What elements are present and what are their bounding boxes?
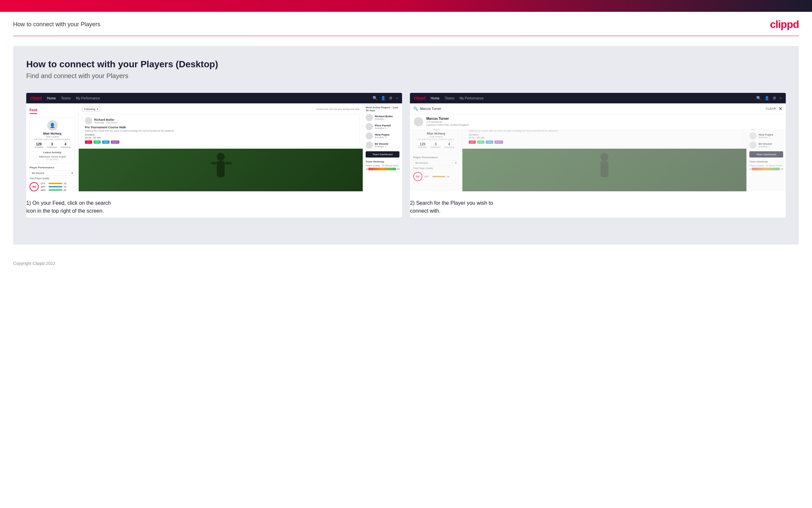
nav-teams-1[interactable]: Teams: [61, 96, 70, 100]
app-logo-2: clippd: [414, 96, 425, 100]
activity-username: Richard Butler: [94, 118, 117, 121]
copyright-text: Copyright Clippd 2022: [13, 261, 55, 266]
search-icon-2[interactable]: 🔍: [756, 96, 761, 100]
app-nav-2: clippd Home Teams My Performance 🔍 👤 ⚙ ○: [410, 93, 786, 103]
user-icon-2[interactable]: 👤: [764, 96, 769, 100]
close-button[interactable]: ✕: [778, 106, 782, 111]
tag-ott: OTT: [85, 140, 92, 144]
latest-activity-value: Afternoon round of golf: [33, 155, 72, 158]
eli-avatar: [366, 141, 373, 149]
heatmap-bar: [368, 168, 396, 170]
search-overlay: 🔍 Marcus Turner CLEAR ✕ Marcus Turner 1-…: [410, 103, 786, 129]
middle-panel-1: Following ▾ Control who can see your act…: [79, 103, 363, 191]
quality-section: 84 OTT 79 APP 70: [30, 181, 75, 191]
svg-rect-3: [225, 162, 232, 164]
richard-avatar-right: [366, 114, 373, 121]
profile-avatar-1: 👤: [47, 120, 58, 131]
tag-putt: PUTT: [111, 140, 120, 144]
player-item-eli: Eli Vincent Activities: 1: [366, 141, 399, 149]
app-screenshot-1: clippd Home Teams My Performance 🔍 👤 ⚙ ○: [26, 93, 402, 191]
search-icon-1[interactable]: 🔍: [373, 96, 378, 100]
control-link[interactable]: Control who can see your activity and da…: [316, 108, 360, 110]
stats-row-1: 129 Activities 3 Followers 4 Following: [33, 142, 72, 148]
feed-tab-1[interactable]: Feed: [30, 108, 37, 114]
search-icon-overlay: 🔍: [413, 106, 418, 111]
stat-following: 4 Following: [61, 142, 70, 148]
avatar-icon-2[interactable]: ○: [779, 96, 782, 100]
quality-arg: ARG 84: [41, 189, 66, 191]
team-heatmap-title: Team Heatmap: [366, 160, 399, 163]
caption-text-2: 2) Search for the Player you wish toconn…: [410, 199, 786, 215]
app-body-1: Feed 👤 Blair McHarg Golf Coach Mill Ride…: [26, 103, 402, 191]
latest-activity-label: Latest Activity: [33, 151, 72, 154]
activity-title: Pre Tournament Course Walk: [85, 126, 356, 129]
player-item-richard: Richard Butler Activities: 7: [366, 114, 399, 121]
svg-point-0: [217, 153, 225, 161]
nav-myperformance-1[interactable]: My Performance: [76, 96, 100, 100]
main-content: How to connect with your Players (Deskto…: [13, 46, 799, 245]
caption-text-1: 1) On your Feed, click on the searchicon…: [26, 199, 402, 215]
hiral-avatar: [366, 132, 373, 139]
screenshots-grid: clippd Home Teams My Performance 🔍 👤 ⚙ ○: [26, 93, 786, 218]
player-item-hiral: Hiral Pujara Activities: 3: [366, 132, 399, 139]
top-bar: [0, 0, 812, 12]
nav-teams-2[interactable]: Teams: [445, 96, 454, 100]
screenshot-1: clippd Home Teams My Performance 🔍 👤 ⚙ ○: [26, 93, 402, 218]
tag-app: APP: [93, 140, 101, 144]
activity-card-1: Richard Butler Yesterday · The Grove Pre…: [82, 114, 360, 147]
app-screenshot-2: clippd Home Teams My Performance 🔍 👤 ⚙ ○…: [410, 93, 786, 191]
app-logo-1: clippd: [30, 96, 42, 100]
user-icon-1[interactable]: 👤: [381, 96, 386, 100]
profile-club-1: Mill Ride Golf Club, United Kingdom: [33, 138, 72, 140]
quality-label: Total Player Quality: [30, 177, 75, 179]
profile-card-1: 👤 Blair McHarg Golf Coach Mill Ride Golf…: [30, 117, 75, 163]
stat-followers: 3 Followers: [47, 142, 57, 148]
team-dashboard-btn-1[interactable]: Team Dashboard: [366, 151, 399, 158]
heatmap-scale: -5 +5: [366, 168, 399, 170]
left-panel-1: Feed 👤 Blair McHarg Golf Coach Mill Ride…: [26, 103, 79, 191]
heatmap-subtitle: Player Quality · 20 Round Trend: [366, 164, 399, 167]
tag-row: OTT APP ARG PUTT: [85, 140, 356, 144]
screenshot-2: clippd Home Teams My Performance 🔍 👤 ⚙ ○…: [410, 93, 786, 218]
latest-activity-date: 27 Jul 2022: [33, 158, 72, 161]
nav-myperformance-2[interactable]: My Performance: [460, 96, 483, 100]
following-button[interactable]: Following ▾: [82, 107, 100, 112]
stat-activities: 129 Activities: [35, 142, 44, 148]
svg-point-4: [601, 153, 608, 161]
nav-icons-2: 🔍 👤 ⚙ ○: [756, 96, 782, 100]
settings-icon-1[interactable]: ⚙: [389, 96, 392, 100]
search-result[interactable]: Marcus Turner 1-5 Handicap Cypress Point…: [410, 114, 786, 129]
marcus-handicap: 1-5 Handicap: [426, 120, 469, 123]
main-subheading: Find and connect with your Players: [26, 72, 786, 80]
logo: clippd: [770, 18, 799, 31]
player-performance-label-1: Player Performance: [30, 166, 75, 169]
activity-subtitle: Yesterday · The Grove: [94, 121, 117, 124]
activity-desc: Walking the course with my coach to buil…: [85, 130, 356, 132]
main-heading: How to connect with your Players (Deskto…: [26, 59, 786, 70]
activity-duration: Duration02 hr : 00 min: [85, 133, 356, 139]
header-divider: [13, 36, 799, 36]
following-row: Following ▾ Control who can see your act…: [82, 107, 360, 112]
golfer-silhouette: [204, 150, 237, 190]
clear-button[interactable]: CLEAR: [766, 107, 776, 110]
activity-user: Richard Butler Yesterday · The Grove: [85, 117, 356, 124]
player-item-piers: Piers Parnell Activities: 4: [366, 123, 399, 130]
app-nav-1: clippd Home Teams My Performance 🔍 👤 ⚙ ○: [26, 93, 402, 103]
search-bar: 🔍 Marcus Turner CLEAR ✕: [410, 103, 786, 114]
avatar-icon-1[interactable]: ○: [396, 96, 398, 100]
profile-name-1: Blair McHarg: [33, 132, 72, 135]
nav-icons-1: 🔍 👤 ⚙ ○: [373, 96, 398, 100]
player-dropdown-1[interactable]: Eli Vincent ▾: [30, 170, 75, 176]
nav-home-2[interactable]: Home: [431, 96, 439, 100]
svg-rect-2: [211, 162, 217, 164]
caption-1: 1) On your Feed, click on the searchicon…: [26, 191, 402, 218]
richard-avatar: [85, 117, 92, 124]
search-input[interactable]: Marcus Turner: [420, 107, 766, 111]
nav-home-1[interactable]: Home: [47, 96, 56, 100]
page-header: How to connect with your Players clippd: [0, 12, 812, 36]
marcus-club: Cypress Point Club, United Kingdom: [426, 123, 469, 126]
caption-2: 2) Search for the Player you wish toconn…: [410, 191, 786, 218]
quality-ott: OTT 79: [41, 182, 66, 185]
page-title: How to connect with your Players: [13, 21, 100, 28]
settings-icon-2[interactable]: ⚙: [773, 96, 776, 100]
